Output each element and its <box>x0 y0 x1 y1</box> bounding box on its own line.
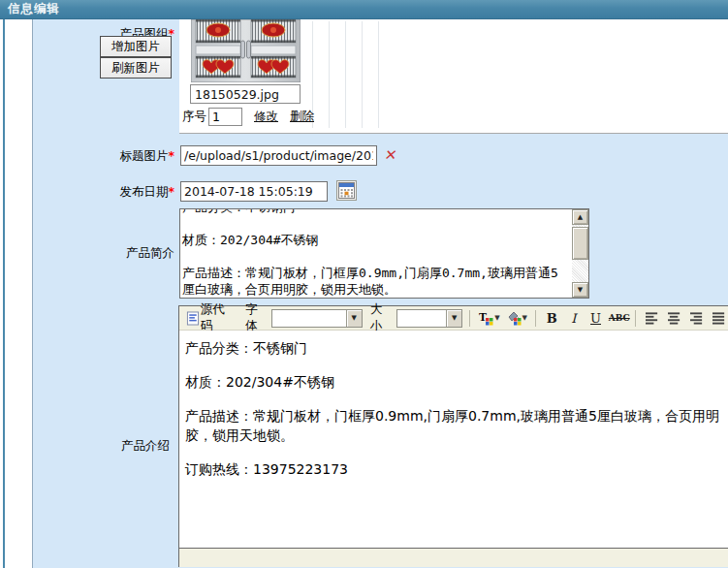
rich-text-editor: 源代码 字体 ▼ 大小 ▼ T ▼ <box>178 305 728 567</box>
title-image-label: 标题图片* <box>29 148 174 165</box>
sequence-input[interactable] <box>208 108 242 126</box>
editor-content[interactable]: 产品分类：不锈钢门 材质：202/304#不锈钢 产品描述：常规门板材，门框厚0… <box>179 331 728 548</box>
italic-button[interactable]: I <box>565 311 584 326</box>
size-select[interactable]: ▼ <box>396 309 462 328</box>
toolbar-separator <box>469 310 470 327</box>
chevron-down-icon: ▼ <box>522 314 527 322</box>
chevron-down-icon[interactable]: ▼ <box>346 310 362 327</box>
scroll-down-icon[interactable]: ▼ <box>572 282 588 298</box>
summary-scrollbar[interactable]: ▲ ▼ <box>572 209 588 298</box>
left-frame-line <box>3 19 5 568</box>
scroll-up-icon[interactable]: ▲ <box>572 209 588 225</box>
product-image <box>191 19 301 82</box>
toolbar-separator <box>635 310 636 327</box>
background-color-button[interactable]: ▼ <box>505 309 528 327</box>
bold-button[interactable]: B <box>543 311 561 326</box>
editor-paragraph: 产品分类：不锈钢门 <box>185 338 722 358</box>
font-select-value <box>272 310 345 327</box>
size-label: 大小 <box>370 301 393 334</box>
product-summary-textarea[interactable]: 产品分类：不锈钢门 材质：202/304#不锈钢 产品描述：常规门板材，门框厚0… <box>179 208 589 299</box>
page-title: 信息编辑 <box>0 1 60 17</box>
underline-button[interactable]: U <box>586 311 605 326</box>
sequence-label: 序号 <box>182 109 206 125</box>
page-title-bar: 信息编辑 <box>0 0 728 19</box>
product-summary-label: 产品简介 <box>29 245 174 262</box>
publish-date-label: 发布日期* <box>29 184 174 201</box>
modify-link[interactable]: 修改 <box>254 109 278 125</box>
align-justify-icon[interactable] <box>712 311 725 325</box>
delete-link[interactable]: 删除 <box>290 109 314 125</box>
product-summary-text: 产品分类：不锈钢门 材质：202/304#不锈钢 产品描述：常规门板材，门框厚0… <box>182 208 568 298</box>
align-center-icon[interactable] <box>668 311 681 325</box>
product-image-table: 序号 修改 删除 <box>179 19 728 134</box>
info-edit-page: 信息编辑 <box>0 0 728 568</box>
font-label: 字体 <box>245 301 268 334</box>
scrollbar-thumb[interactable] <box>572 227 588 260</box>
source-code-label: 源代码 <box>201 301 235 334</box>
publish-date-input[interactable] <box>180 181 328 202</box>
strikethrough-button[interactable]: ABC <box>609 313 628 323</box>
chevron-down-icon[interactable]: ▼ <box>446 310 461 327</box>
editor-status-bar <box>179 548 728 567</box>
editor-paragraph: 材质：202/304#不锈钢 <box>185 372 722 392</box>
refresh-image-button[interactable]: 刷新图片 <box>100 57 172 79</box>
required-asterisk: * <box>168 148 174 163</box>
size-select-value <box>397 310 446 327</box>
source-code-icon <box>186 311 200 326</box>
product-intro-label: 产品介绍 <box>24 438 170 455</box>
toolbar-separator <box>535 310 536 327</box>
svg-text:T: T <box>479 310 487 324</box>
required-asterisk: * <box>168 184 174 199</box>
align-right-icon[interactable] <box>690 311 703 325</box>
editor-paragraph: 订购热线：13975223173 <box>185 459 722 479</box>
editor-paragraph: 产品描述：常规门板材，门框厚0.9mm,门扇厚0.7mm,玻璃用普通5厘白玻璃，… <box>185 406 722 445</box>
font-select[interactable]: ▼ <box>271 309 362 328</box>
text-color-button[interactable]: T ▼ <box>477 309 500 327</box>
text-color-icon: T <box>478 310 493 326</box>
add-image-button[interactable]: 增加图片 <box>100 36 172 57</box>
image-filename-input[interactable] <box>190 84 301 104</box>
calendar-icon[interactable] <box>336 180 357 201</box>
align-left-icon[interactable] <box>646 311 658 325</box>
background-color-icon <box>506 310 522 326</box>
editor-toolbar: 源代码 字体 ▼ 大小 ▼ T ▼ <box>179 306 728 331</box>
title-image-path-input[interactable] <box>180 145 377 166</box>
chevron-down-icon: ▼ <box>494 314 499 322</box>
